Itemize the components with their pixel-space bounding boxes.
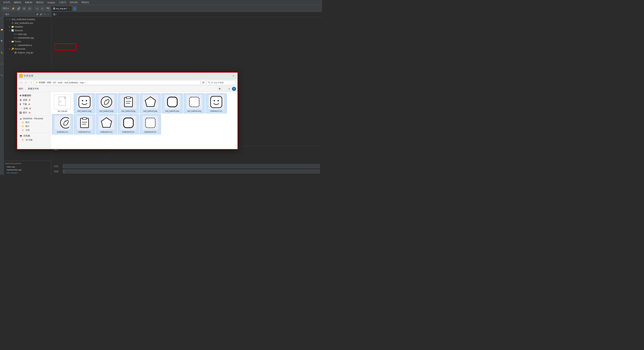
tree-item-mainwindow-cpp[interactable]: C++ mainwindow.cpp — [4, 36, 52, 40]
file-item-toolbuttonico[interactable]: toolbutton.ico — [52, 114, 73, 134]
nav-up-btn[interactable]: ↑ — [29, 80, 34, 85]
prop-alias-input[interactable] — [63, 164, 320, 168]
left-icon-bar: ≡ 📁 🔍 🐛 ⎇ 🔨 — [0, 12, 4, 175]
tree-item-mainwindow-ui[interactable]: ✏ mainwindow.ui — [4, 43, 52, 47]
menu-controls[interactable]: 控件(W) — [68, 1, 79, 5]
file-item-toolbutton4ico[interactable]: toolbutton4.ico — [96, 114, 117, 134]
help-btn[interactable]: ? — [232, 87, 236, 91]
file-item-toolbutton3ico[interactable]: toolbutton3.ico — [74, 114, 95, 134]
menu-build[interactable]: 构建(B) — [24, 1, 34, 5]
build-icon[interactable]: 🔨 — [0, 70, 4, 81]
file-item-tool2[interactable]: tool_button2.png — [96, 93, 117, 113]
file-item-tool4[interactable]: tool_button4.png — [140, 93, 161, 113]
icon-root: ⬡ — [8, 18, 11, 21]
dialog-close-btn[interactable]: × — [232, 74, 235, 78]
menu-help[interactable]: 帮助(H) — [80, 1, 90, 5]
menu-file[interactable]: 文件(F) — [2, 1, 12, 5]
filename-tool1: tool_button1.png — [78, 110, 91, 112]
sidebar-filter-btn[interactable]: ⚡ — [36, 13, 39, 16]
sidebar-close-btn[interactable]: × — [47, 13, 50, 16]
tree-item-res-img[interactable]: 🖼 img\res_img.qrc — [4, 51, 52, 55]
file-item-tool5[interactable]: tool_button5.png — [162, 93, 183, 113]
file-item-toolbutton5ico[interactable]: toolbutton5.ico — [118, 114, 139, 134]
breadcrumb-desktop[interactable]: 桌面 — [47, 81, 51, 84]
quick-item-docs[interactable]: 📄 文档 📌 — [17, 106, 50, 111]
nav-right-btn[interactable]: ▷ — [40, 6, 45, 11]
nav-back-btn[interactable]: ◁ — [19, 80, 23, 85]
menu-debug[interactable]: 调试(D) — [34, 1, 45, 5]
breadcrumb-bar[interactable]: 📁 此电脑 › 桌面 › QT › test1 › test_toolbutto… — [34, 80, 200, 85]
onedrive-pictures[interactable]: 📁 图片 — [17, 124, 50, 128]
pictures-label: 图片 — [23, 111, 27, 114]
thumb-res-img: qrc — [54, 95, 71, 109]
tree-item-main-cpp[interactable]: C++ main.cpp — [4, 32, 52, 36]
close-editor-btn[interactable]: ⊡ — [27, 6, 32, 11]
file-item-tool3[interactable]: tool_button3.png — [118, 93, 139, 113]
tree-item-pro[interactable]: ⚙ test_toolbutton.pro — [4, 21, 52, 25]
open-doc-mainwindow-cpp[interactable]: mainwindow.cpp — [4, 168, 52, 171]
quick-item-pictures[interactable]: 🖼 图片 📌 — [17, 111, 50, 115]
open-doc-res-img[interactable]: res_img.qrc* — [4, 171, 52, 174]
quick-item-desktop[interactable]: 🖥 桌面 📌 — [17, 98, 50, 102]
tab-icon: 🖼 — [53, 8, 55, 10]
breadcrumb-thispc[interactable]: 此电脑 — [39, 81, 45, 84]
breadcrumb-toolbutton[interactable]: test_toolbutton — [65, 82, 78, 84]
avatar-btn[interactable]: 👤 — [72, 6, 77, 11]
3d-objects-item[interactable]: 📁 3D 对象 — [17, 138, 50, 142]
tree-item-forms[interactable]: ▼ 📁 Forms — [4, 40, 52, 43]
file-item-tool1[interactable]: tool_button1.png — [74, 93, 95, 113]
file-item-tool6[interactable]: tool_button6.png — [184, 93, 205, 113]
organize-btn[interactable]: 组织· — [19, 87, 24, 90]
this-pc-item[interactable]: 💻 此电脑 — [17, 134, 50, 138]
view-list-btn[interactable]: ≡ — [227, 87, 231, 91]
tree-item-sources[interactable]: ▼ 🔄 Sources — [4, 29, 52, 32]
label-main-cpp: main.cpp — [18, 33, 27, 36]
tree-item-resources[interactable]: ▼ 🔑 Resources — [4, 47, 52, 51]
quick-item-downloads[interactable]: ⬇ 下载 📌 — [17, 102, 50, 106]
search-icon-btn[interactable]: 🔍 — [0, 36, 4, 47]
tree-item-root[interactable]: ▼ ⬡ test_toolbutton [master] — [4, 18, 52, 21]
git-icon[interactable]: ⎇ — [0, 58, 4, 70]
sidebar-split-btn[interactable]: ⊟ — [43, 13, 46, 16]
nav-refresh-btn[interactable]: ⟳ — [201, 80, 206, 85]
nav-forward-btn[interactable]: ▷ — [24, 80, 28, 85]
onedrive-documents[interactable]: 📁 文档 — [17, 128, 50, 132]
folder-icon-pic: 📁 — [22, 125, 24, 128]
view-large-icon-btn[interactable]: ⊞ — [218, 87, 222, 91]
breadcrumb-img[interactable]: img — [80, 82, 84, 84]
split-btn[interactable]: ⊟ — [22, 6, 26, 11]
onedrive-item[interactable]: ☁ OneDrive - Personal — [17, 117, 50, 120]
link-btn[interactable]: 🔗 — [16, 6, 21, 11]
breadcrumb-qt[interactable]: QT — [53, 82, 56, 84]
sidebar-sync-btn[interactable]: 🔗 — [39, 13, 43, 16]
new-folder-btn[interactable]: 新建文件夹 — [27, 87, 40, 91]
tree-item-headers[interactable]: ▶ 📁 Headers — [4, 25, 52, 29]
tab-close-btn[interactable]: × — [69, 8, 70, 10]
file-item-toolbutton1ico[interactable]: toolbutton1.ico — [206, 93, 227, 113]
debug-icon[interactable]: 🐛 — [0, 47, 4, 58]
menu-tools[interactable]: 工具(T) — [58, 1, 68, 5]
onedrive-attachments[interactable]: 📁 附件 — [17, 120, 50, 124]
project-selector[interactable]: 项目 ▾ — [2, 6, 10, 11]
filter-btn[interactable]: ⚡ — [11, 6, 16, 11]
nav-left-btn[interactable]: ◁ — [34, 6, 39, 11]
file-item-toolbutton6ico[interactable]: toolbutton6.ico — [140, 114, 161, 134]
prop-prefix-input[interactable] — [63, 169, 320, 173]
thumb-toolbuttonico — [54, 115, 71, 130]
icon-forms: 📁 — [11, 40, 14, 43]
search-icon: 🔍 — [208, 81, 210, 84]
file-dialog: 📂 打开文件 × ◁ ▷ ↑ 📁 此电脑 › 桌面 › QT › test1 ›… — [16, 72, 238, 150]
view-separator-btn[interactable]: · — [222, 87, 226, 91]
menu-analyze[interactable]: Analyze — [46, 1, 57, 4]
search-input[interactable] — [211, 82, 235, 84]
file-item-res-img[interactable]: qrc res_img.qrc — [52, 93, 73, 113]
breadcrumb-test1[interactable]: test1 — [58, 82, 62, 84]
tab-res-img[interactable]: 🖼 res_img.qrc* × — [51, 6, 72, 11]
search-bar[interactable]: 🔍 — [206, 80, 236, 85]
menu-edit[interactable]: 编辑(E) — [12, 1, 23, 5]
sidebar-toggle-btn[interactable]: ≡ — [0, 13, 4, 24]
open-doc-main-cpp[interactable]: main.cpp — [4, 165, 52, 168]
projects-icon[interactable]: 📁 — [0, 24, 4, 35]
snapshot-btn[interactable]: 📷 — [46, 6, 50, 11]
svg-point-5 — [82, 100, 83, 101]
